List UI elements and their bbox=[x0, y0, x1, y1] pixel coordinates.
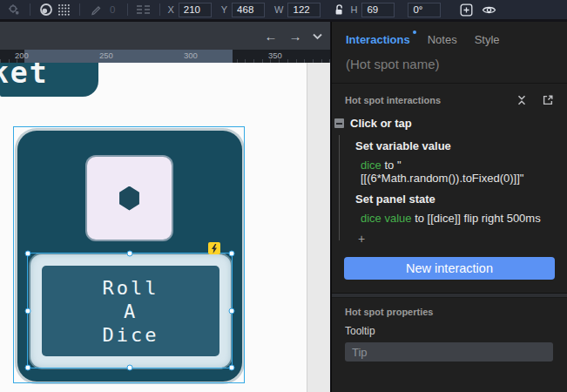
action-title[interactable]: Set panel state bbox=[355, 193, 557, 206]
design-canvas[interactable]: ket Roll A Dice bbox=[0, 63, 330, 392]
tooltip-label: Tooltip bbox=[345, 325, 553, 337]
axure-workspace: 0 X Y W H bbox=[0, 0, 567, 392]
open-in-window-icon[interactable] bbox=[541, 93, 555, 107]
fill-color-icon[interactable] bbox=[37, 2, 55, 17]
canvas-nav-bar: ← → bbox=[0, 22, 330, 50]
collapse-all-icon[interactable] bbox=[515, 93, 529, 107]
inspector-tabs: Interactions Notes Style bbox=[332, 22, 567, 46]
ruler-selection-highlight bbox=[24, 50, 233, 63]
tab-interactions[interactable]: Interactions bbox=[346, 33, 410, 46]
resize-handle[interactable] bbox=[25, 251, 31, 257]
rotation-input[interactable] bbox=[408, 3, 441, 17]
page-edge-gutter bbox=[307, 63, 330, 392]
rotation-field bbox=[408, 3, 441, 17]
event-label: Click or tap bbox=[350, 117, 412, 130]
resize-handle[interactable] bbox=[127, 251, 133, 257]
x-label: X bbox=[167, 4, 173, 15]
interactions-section-title: Hot spot interactions bbox=[345, 95, 515, 105]
resize-handle[interactable] bbox=[127, 365, 133, 371]
tab-style[interactable]: Style bbox=[475, 33, 500, 46]
clipped-widget-text: ket bbox=[0, 63, 49, 90]
interactions-section-header: Hot spot interactions bbox=[332, 84, 567, 112]
x-position-field: X bbox=[167, 3, 211, 17]
canvas-area: ← → 200 250 300 350 ket Roll bbox=[0, 22, 330, 392]
h-label: H bbox=[350, 4, 357, 15]
clipped-widget-shape[interactable]: ket bbox=[0, 63, 98, 97]
tooltip-input[interactable] bbox=[345, 342, 553, 362]
resize-handle[interactable] bbox=[25, 308, 31, 314]
hotspot-selection-box[interactable] bbox=[27, 253, 233, 368]
add-action-button[interactable]: + bbox=[358, 232, 368, 246]
widget-style-gear-icon[interactable] bbox=[5, 2, 23, 17]
toolbar-divider bbox=[127, 3, 128, 16]
toolbar-divider bbox=[79, 3, 80, 16]
border-color-pencil-icon[interactable] bbox=[87, 2, 105, 17]
resize-handle[interactable] bbox=[229, 251, 235, 257]
action-target: dice bbox=[361, 159, 381, 172]
action-expression: to "[[(6*Math.random()).toFixed(0)]]" bbox=[361, 159, 523, 185]
action-target: dice value bbox=[361, 212, 412, 225]
horizontal-ruler[interactable]: 200 250 300 350 bbox=[0, 50, 330, 63]
y-input[interactable] bbox=[232, 3, 265, 17]
ruler-tick-label: 300 bbox=[184, 51, 198, 60]
ruler-tick-label: 200 bbox=[15, 51, 29, 60]
ruler-tick-label: 250 bbox=[99, 51, 113, 60]
toolbar-divider bbox=[159, 3, 160, 16]
event-tree-line bbox=[339, 135, 340, 240]
resize-handle[interactable] bbox=[25, 365, 31, 371]
ruler-tick-label: 350 bbox=[268, 51, 282, 60]
x-input[interactable] bbox=[179, 3, 212, 17]
click-or-tap-event-block: Click or tap Set variable value dice to … bbox=[332, 112, 567, 246]
interaction-bolt-badge bbox=[208, 242, 220, 254]
add-state-icon[interactable] bbox=[457, 2, 475, 17]
style-toolbar: 0 X Y W H bbox=[0, 0, 567, 19]
fill-pattern-grid-icon[interactable] bbox=[55, 2, 72, 17]
hotspot-properties-section: Hot spot properties Tooltip bbox=[332, 298, 567, 362]
h-input[interactable] bbox=[361, 3, 395, 17]
tab-notes[interactable]: Notes bbox=[428, 33, 457, 46]
action-title[interactable]: Set variable value bbox=[355, 139, 557, 152]
inspector-panel: Interactions Notes Style Hot spot intera… bbox=[331, 22, 567, 392]
forward-arrow-icon[interactable]: → bbox=[287, 30, 303, 43]
properties-section-title: Hot spot properties bbox=[345, 307, 553, 317]
border-width-field[interactable]: 0 bbox=[105, 4, 120, 15]
width-field: W bbox=[274, 3, 321, 17]
resize-handle[interactable] bbox=[229, 308, 235, 314]
resize-handle[interactable] bbox=[229, 365, 235, 371]
action-expression: to [[dice]] flip right 500ms bbox=[412, 212, 541, 225]
lock-aspect-icon[interactable] bbox=[330, 2, 348, 17]
y-position-field: Y bbox=[221, 3, 265, 17]
w-input[interactable] bbox=[287, 3, 321, 17]
action-detail[interactable]: dice value to [[dice]] flip right 500ms bbox=[361, 212, 557, 225]
chevron-down-icon[interactable] bbox=[312, 32, 323, 40]
hotspot-name-input[interactable] bbox=[346, 57, 553, 71]
hotspot-name-row bbox=[332, 46, 567, 84]
new-interaction-button[interactable]: New interaction bbox=[344, 257, 555, 280]
collapse-event-icon[interactable] bbox=[334, 118, 344, 128]
w-label: W bbox=[274, 4, 283, 15]
line-style-icon[interactable] bbox=[135, 2, 152, 17]
back-arrow-icon[interactable]: ← bbox=[263, 30, 279, 43]
event-header[interactable]: Click or tap bbox=[334, 114, 557, 132]
action-detail[interactable]: dice to "[[(6*Math.random()).toFixed(0)]… bbox=[361, 159, 557, 185]
y-label: Y bbox=[221, 4, 227, 15]
visibility-eye-icon[interactable] bbox=[480, 2, 497, 17]
toolbar-divider bbox=[30, 3, 30, 16]
height-field: H bbox=[350, 3, 395, 17]
